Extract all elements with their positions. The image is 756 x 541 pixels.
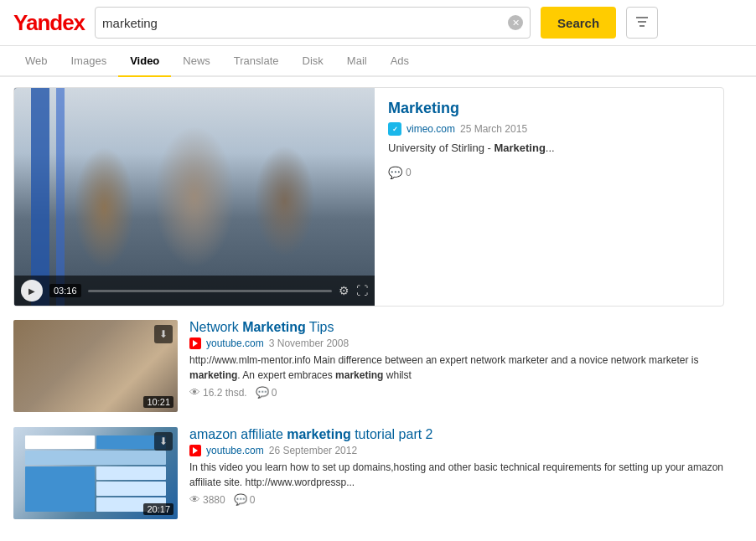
clear-button[interactable]: ✕ bbox=[508, 15, 523, 30]
nav-item-translate[interactable]: Translate bbox=[222, 46, 291, 75]
result-info-2: amazon affiliate marketing tutorial part… bbox=[189, 427, 724, 519]
screen-cell bbox=[25, 435, 95, 450]
header: Yandex ✕ Search bbox=[0, 0, 756, 46]
results-container: ▶ 03:16 ⚙ ⛶ Marketing ✓ vimeo.com 25 Mar… bbox=[0, 77, 738, 541]
result-source-line-2: youtube.com 26 September 2012 bbox=[189, 445, 724, 456]
featured-source-name: vimeo.com bbox=[406, 123, 455, 135]
logo-y: Y bbox=[13, 10, 26, 35]
settings-icon[interactable]: ⚙ bbox=[339, 284, 350, 297]
result-desc-text-2: In this video you learn how to set up do… bbox=[189, 461, 723, 488]
result-desc-after1-1: . An expert embraces bbox=[237, 369, 335, 381]
result-desc-text-1: http://www.mlm-mentor.info Main differen… bbox=[189, 354, 698, 366]
youtube-icon-2 bbox=[189, 445, 201, 456]
views-number-1: 16.2 thsd. bbox=[203, 387, 247, 399]
video-controls: ▶ 03:16 ⚙ ⛶ bbox=[14, 276, 375, 306]
views-count-1: 👁 16.2 thsd. bbox=[189, 386, 247, 399]
featured-video-player[interactable]: ▶ 03:16 ⚙ ⛶ bbox=[14, 88, 375, 306]
result-title-link-2[interactable]: amazon affiliate marketing tutorial part… bbox=[189, 427, 433, 441]
logo-rest: andex bbox=[26, 10, 85, 35]
views-count-2: 👁 3880 bbox=[189, 493, 225, 506]
youtube-icon-1 bbox=[189, 337, 201, 349]
search-input[interactable] bbox=[102, 16, 508, 30]
featured-desc-prefix: University of Stirling - bbox=[388, 142, 494, 154]
featured-desc-bold: Marketing bbox=[494, 142, 545, 154]
search-button[interactable]: Search bbox=[541, 7, 616, 39]
comment-icon-2: 💬 bbox=[234, 493, 247, 506]
vimeo-checkmark: ✓ bbox=[392, 126, 398, 133]
blue-strip-right bbox=[56, 88, 65, 306]
comments-number-1: 0 bbox=[272, 387, 277, 399]
screen-cell bbox=[25, 451, 166, 465]
result-date-2: 26 September 2012 bbox=[269, 445, 357, 456]
progress-bar[interactable] bbox=[88, 290, 332, 292]
screen-cell bbox=[25, 466, 95, 512]
youtube-play-triangle-1 bbox=[193, 340, 198, 347]
screen-content bbox=[22, 432, 169, 515]
result-description-1: http://www.mlm-mentor.info Main differen… bbox=[189, 353, 724, 383]
comments-count-1: 💬 0 bbox=[256, 386, 277, 399]
result-desc-bold2-1: marketing bbox=[335, 369, 383, 381]
result-desc-after2-1: whilst bbox=[383, 369, 411, 381]
video-frame bbox=[14, 88, 375, 306]
result-source-name-2: youtube.com bbox=[206, 445, 264, 456]
nav-item-disk[interactable]: Disk bbox=[291, 46, 335, 75]
nav-item-ads[interactable]: Ads bbox=[379, 46, 421, 75]
video-duration: 03:16 bbox=[49, 284, 81, 297]
featured-source-date: 25 March 2015 bbox=[460, 123, 527, 135]
result-title-1[interactable]: Network Marketing Tips bbox=[189, 320, 724, 335]
nav-item-mail[interactable]: Mail bbox=[335, 46, 379, 75]
play-button[interactable]: ▶ bbox=[21, 280, 43, 301]
save-icon-1[interactable]: ⬇ bbox=[154, 325, 173, 343]
title-start-1: Network bbox=[189, 320, 242, 334]
comment-number: 0 bbox=[406, 167, 412, 178]
blue-strip-left bbox=[31, 88, 49, 306]
result-source-line-1: youtube.com 3 November 2008 bbox=[189, 337, 724, 349]
nav-item-news[interactable]: News bbox=[171, 46, 222, 75]
nav-item-web[interactable]: Web bbox=[13, 46, 60, 75]
clear-icon: ✕ bbox=[512, 18, 520, 28]
youtube-play-triangle-2 bbox=[193, 447, 198, 454]
result-item: ⬇ 20:17 amazon affiliate marketing tutor… bbox=[13, 427, 724, 519]
vimeo-icon: ✓ bbox=[388, 122, 401, 136]
logo: Yandex bbox=[13, 10, 85, 36]
result-meta-1: 👁 16.2 thsd. 💬 0 bbox=[189, 386, 724, 399]
result-info-1: Network Marketing Tips youtube.com 3 Nov… bbox=[189, 320, 724, 412]
comments-count-2: 💬 0 bbox=[234, 493, 256, 506]
title-end-2: tutorial part 2 bbox=[351, 427, 433, 441]
nav-item-images[interactable]: Images bbox=[60, 46, 119, 75]
result-thumbnail-2[interactable]: ⬇ 20:17 bbox=[13, 427, 178, 519]
result-source-name-1: youtube.com bbox=[206, 337, 264, 349]
result-item: ⬇ 10:21 Network Marketing Tips youtube.c… bbox=[13, 320, 724, 412]
result-duration-1: 10:21 bbox=[143, 396, 173, 408]
featured-info-panel: Marketing ✓ vimeo.com 25 March 2015 Univ… bbox=[375, 88, 723, 306]
views-number-2: 3880 bbox=[203, 494, 225, 506]
save-icon-2[interactable]: ⬇ bbox=[154, 432, 173, 451]
video-thumbnail bbox=[14, 88, 375, 306]
result-thumbnail-1[interactable]: ⬇ 10:21 bbox=[13, 320, 178, 412]
filter-icon bbox=[634, 14, 650, 32]
title-keyword-1: Marketing bbox=[242, 320, 306, 334]
nav-item-video[interactable]: Video bbox=[118, 46, 171, 77]
search-bar: ✕ bbox=[95, 7, 531, 39]
comments-number-2: 0 bbox=[250, 494, 256, 506]
result-title-link-1[interactable]: Network Marketing Tips bbox=[189, 320, 334, 334]
play-icon: ▶ bbox=[28, 286, 35, 296]
save-icon-glyph: ⬇ bbox=[159, 328, 168, 340]
result-desc-bold1-1: marketing bbox=[189, 369, 237, 381]
navigation: Web Images Video News Translate Disk Mai… bbox=[0, 46, 756, 77]
eye-icon-2: 👁 bbox=[189, 493, 200, 506]
title-start-2: amazon affiliate bbox=[189, 427, 287, 441]
filter-button[interactable] bbox=[626, 7, 658, 39]
featured-title[interactable]: Marketing bbox=[388, 100, 710, 117]
result-duration-2: 20:17 bbox=[143, 503, 173, 515]
comment-icon-1: 💬 bbox=[256, 386, 269, 399]
result-meta-2: 👁 3880 💬 0 bbox=[189, 493, 724, 506]
save-icon-glyph-2: ⬇ bbox=[159, 435, 168, 447]
featured-desc-suffix: ... bbox=[546, 142, 555, 154]
result-title-2[interactable]: amazon affiliate marketing tutorial part… bbox=[189, 427, 724, 442]
screen-cell bbox=[96, 482, 166, 496]
result-description-2: In this video you learn how to set up do… bbox=[189, 460, 724, 490]
fullscreen-icon[interactable]: ⛶ bbox=[356, 284, 368, 297]
featured-comment-count: 💬 0 bbox=[388, 166, 710, 179]
result-date-1: 3 November 2008 bbox=[269, 337, 349, 349]
